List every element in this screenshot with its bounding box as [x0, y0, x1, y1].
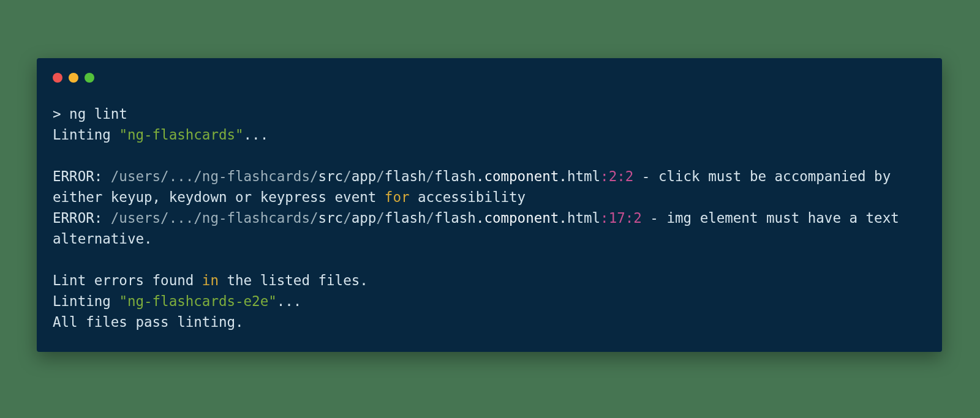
keyword-for: for — [385, 189, 410, 205]
window-zoom-icon[interactable] — [85, 73, 94, 83]
terminal-output: > ng lint Linting "ng-flashcards"... ERR… — [53, 103, 926, 332]
path-dot: . — [476, 168, 484, 184]
error-path-prefix: /users/.../ng-flashcards/ — [111, 210, 318, 226]
lint-pass-message: All files pass linting. — [53, 314, 244, 330]
error-line-number: 2 — [609, 168, 617, 184]
error-message: accessibility — [410, 189, 526, 205]
terminal-window: > ng lint Linting "ng-flashcards"... ERR… — [37, 58, 942, 352]
path-slash: / — [343, 210, 352, 226]
error-path-seg: app — [352, 210, 377, 226]
keyword-in: in — [202, 272, 219, 288]
linting-project-name: "ng-flashcards-e2e" — [119, 293, 276, 309]
error-dash: - — [642, 210, 667, 226]
error-label: ERROR: — [53, 210, 111, 226]
path-slash: / — [376, 210, 385, 226]
window-close-icon[interactable] — [53, 73, 62, 83]
linting-ellipsis: ... — [244, 127, 269, 143]
error-col-number: 2 — [633, 210, 642, 226]
error-path-seg: component — [484, 168, 559, 184]
error-path-seg: flash — [385, 210, 426, 226]
window-titlebar — [53, 58, 926, 94]
path-slash: / — [376, 168, 385, 184]
error-path-seg: flash — [385, 168, 426, 184]
path-dot: . — [559, 168, 567, 184]
linting-label: Linting — [53, 293, 119, 309]
summary-text: Lint errors found — [53, 272, 202, 288]
path-slash: / — [343, 168, 352, 184]
error-path-seg: component — [484, 210, 559, 226]
error-path-seg: flash — [434, 210, 476, 226]
error-path-seg: html — [567, 210, 600, 226]
path-slash: / — [426, 168, 435, 184]
path-slash: / — [426, 210, 435, 226]
path-colon: : — [600, 210, 609, 226]
summary-text: the listed files. — [219, 272, 368, 288]
path-dot: . — [559, 210, 567, 226]
path-colon: : — [625, 210, 634, 226]
error-col-number: 2 — [625, 168, 634, 184]
command-text: ng lint — [69, 106, 127, 122]
error-path-seg: src — [318, 210, 343, 226]
path-dot: . — [476, 210, 484, 226]
error-path-seg: app — [352, 168, 377, 184]
error-dash: - — [633, 168, 658, 184]
linting-label: Linting — [53, 127, 119, 143]
linting-ellipsis: ... — [277, 293, 302, 309]
error-line-number: 17 — [609, 210, 625, 226]
path-colon: : — [617, 168, 625, 184]
path-colon: : — [600, 168, 609, 184]
prompt-symbol: > — [53, 106, 69, 122]
error-path-seg: src — [318, 168, 343, 184]
error-path-prefix: /users/.../ng-flashcards/ — [111, 168, 318, 184]
error-path-seg: html — [567, 168, 600, 184]
linting-project-name: "ng-flashcards" — [119, 127, 243, 143]
window-minimize-icon[interactable] — [69, 73, 78, 83]
error-label: ERROR: — [53, 168, 111, 184]
error-path-seg: flash — [434, 168, 476, 184]
